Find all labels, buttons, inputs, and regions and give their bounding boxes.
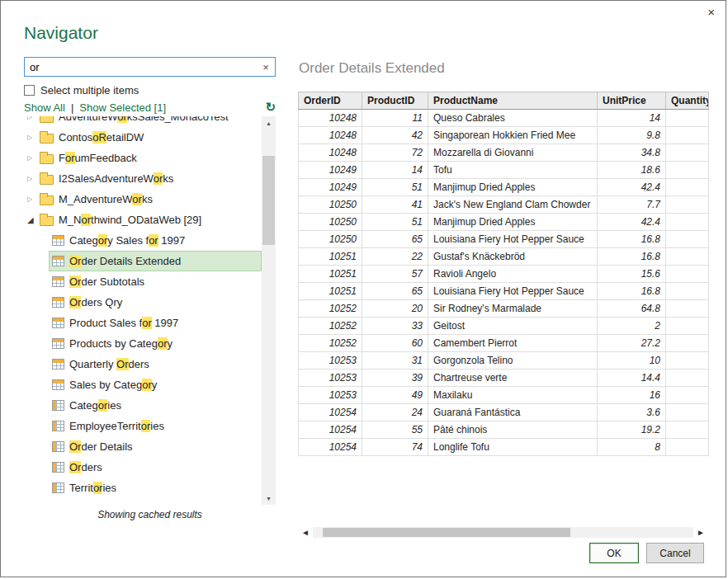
- tree-item-i2salesadventureworks[interactable]: ▷I2SalesAdventureWorks: [24, 168, 262, 189]
- scroll-down-icon[interactable]: ▼: [262, 492, 276, 505]
- cell-orderid: 10252: [299, 300, 362, 318]
- tree-item-orders[interactable]: Orders: [49, 457, 262, 478]
- collapse-icon[interactable]: ◢: [27, 215, 40, 224]
- search-match-highlight: or: [142, 379, 152, 391]
- cell-unitprice: 18.6: [598, 162, 666, 179]
- tree-item-label: Order Subtotals: [69, 275, 144, 288]
- tree-item-label: Categories: [69, 399, 121, 412]
- cell-unitprice: 42.4: [598, 179, 666, 196]
- view-icon: [52, 318, 64, 328]
- search-match-highlight: or: [81, 214, 91, 226]
- expand-icon[interactable]: ▷: [27, 116, 40, 120]
- cell-productname: Chartreuse verte: [428, 370, 598, 387]
- cell-productname: Manjimup Dried Apples: [428, 179, 598, 196]
- search-input[interactable]: [25, 58, 257, 76]
- folder-icon: [40, 216, 54, 226]
- tree-scrollbar-thumb[interactable]: [262, 156, 275, 245]
- tree-item-orders-qry[interactable]: Orders Qry: [49, 292, 262, 313]
- table-row: 1024914Tofu18.6: [299, 162, 709, 179]
- tree-item-products-by-category[interactable]: Products by Category: [49, 333, 262, 354]
- tree-item-label: Territories: [69, 482, 116, 494]
- tree-item-label: M_AdventureWorks: [59, 193, 153, 205]
- cell-unitprice: 7.7: [598, 196, 666, 214]
- tree-item-order-subtotals[interactable]: Order Subtotals: [49, 271, 262, 292]
- tree-item-quarterly-orders[interactable]: Quarterly Orders: [49, 354, 262, 374]
- tree-item-label: Product Sales for 1997: [69, 317, 178, 329]
- search-match-highlight: Or: [69, 275, 81, 288]
- expand-icon[interactable]: ▷: [27, 134, 40, 141]
- cell-quantity: [666, 370, 709, 387]
- tree-item-contosoretaildw[interactable]: ▷ContosoRetailDW: [24, 127, 262, 148]
- tree-item-m-adventureworks[interactable]: ▷M_AdventureWorks: [24, 189, 262, 209]
- cell-productid: 60: [362, 335, 428, 352]
- expand-icon[interactable]: ▷: [27, 154, 40, 162]
- table-row: 1025157Ravioli Angelo15.6: [299, 266, 709, 283]
- tree-item-territories[interactable]: Territories: [49, 478, 262, 498]
- cell-quantity: [666, 162, 709, 179]
- search-match-highlight: oR: [92, 131, 106, 144]
- folder-icon: [40, 195, 54, 205]
- search-box: ×: [24, 57, 276, 77]
- cell-productname: Gorgonzola Telino: [428, 352, 598, 370]
- cell-quantity: [666, 231, 709, 248]
- cell-orderid: 10250: [299, 196, 362, 214]
- tree-item-order-details[interactable]: Order Details: [49, 436, 262, 457]
- page-title: Navigator: [24, 23, 98, 43]
- show-all-link[interactable]: Show All: [24, 101, 65, 114]
- cancel-button[interactable]: Cancel: [646, 543, 704, 563]
- tree-item-product-sales-for-1997[interactable]: Product Sales for 1997: [49, 313, 262, 333]
- cell-orderid: 10253: [299, 370, 362, 387]
- table-icon: [52, 441, 64, 452]
- cell-productname: Manjimup Dried Apples: [428, 214, 598, 231]
- tree-item-sales-by-category[interactable]: Sales by Category: [49, 374, 262, 395]
- tree-item-adventureworkssales-monacotest[interactable]: ▷AdventureWorksSales_MonacoTest: [24, 116, 262, 127]
- tree-item-employeeterritories[interactable]: EmployeeTerritories: [49, 416, 262, 436]
- scroll-right-icon[interactable]: ►: [693, 528, 708, 537]
- cell-orderid: 10252: [299, 335, 362, 352]
- clear-search-icon[interactable]: ×: [257, 61, 275, 73]
- select-multiple-row: Select multiple items: [24, 84, 139, 96]
- table-row: 1025331Gorgonzola Telino10: [299, 352, 709, 370]
- search-match-highlight: or: [98, 399, 108, 412]
- cell-productid: 22: [362, 248, 428, 266]
- ok-button[interactable]: OK: [589, 543, 639, 563]
- cell-unitprice: 64.8: [598, 300, 666, 318]
- cell-productname: Camembert Pierrot: [428, 335, 598, 352]
- cell-unitprice: 16.8: [598, 283, 666, 300]
- cell-unitprice: 8: [598, 439, 666, 456]
- tree-item-category-sales-for-1997[interactable]: Category Sales for 1997: [49, 230, 262, 251]
- tree-item-label: Products by Category: [69, 337, 173, 350]
- cell-productname: Queso Cabrales: [428, 110, 598, 127]
- view-icon: [52, 256, 64, 266]
- cell-quantity: [666, 248, 709, 266]
- scroll-up-icon[interactable]: ▲: [262, 116, 276, 129]
- cell-productname: Louisiana Fiery Hot Pepper Sauce: [428, 283, 598, 300]
- scroll-left-icon[interactable]: ◄: [298, 528, 313, 537]
- cell-quantity: [666, 352, 709, 370]
- tree-scrollbar[interactable]: ▲ ▼: [262, 116, 276, 505]
- cell-orderid: 10248: [299, 127, 362, 144]
- tree-item-label: Order Details: [69, 440, 133, 453]
- expand-icon[interactable]: ▷: [27, 175, 40, 182]
- expand-icon[interactable]: ▷: [27, 195, 40, 203]
- select-multiple-checkbox[interactable]: [24, 85, 35, 96]
- table-header-row: OrderIDProductIDProductNameUnitPriceQuan…: [299, 92, 709, 110]
- preview-hscrollbar[interactable]: ◄ ►: [298, 526, 708, 539]
- cell-productid: 55: [362, 421, 428, 439]
- show-selected-link[interactable]: Show Selected [1]: [79, 101, 166, 114]
- cell-unitprice: 9.8: [598, 127, 666, 144]
- hscroll-track[interactable]: [313, 527, 693, 538]
- tree-item-order-details-extended[interactable]: Order Details Extended: [49, 251, 262, 271]
- column-header-productid: ProductID: [362, 92, 428, 110]
- view-icon: [52, 359, 64, 370]
- tree-item-forumfeedback[interactable]: ▷ForumFeedback: [24, 148, 262, 168]
- close-icon[interactable]: ×: [707, 6, 715, 18]
- tree-item-categories[interactable]: Categories: [49, 395, 262, 416]
- refresh-icon[interactable]: ↻: [265, 100, 276, 115]
- cell-productname: Tofu: [428, 162, 598, 179]
- tree-item-label: Sales by Category: [69, 379, 157, 391]
- tree-item-m-northwind-odataweb-29[interactable]: ◢M_Northwind_ODataWeb [29]: [24, 209, 262, 230]
- tree-item-label: Orders Qry: [69, 296, 122, 308]
- cell-productname: Maxilaku: [428, 387, 598, 404]
- hscroll-thumb[interactable]: [323, 528, 570, 537]
